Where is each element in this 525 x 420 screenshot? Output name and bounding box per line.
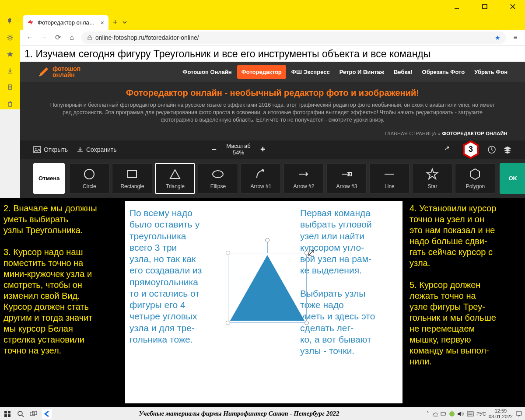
maximize-icon (482, 4, 487, 9)
svg-rect-33 (516, 412, 522, 415)
shape-tool-arrow3[interactable]: Arrow #3 (326, 163, 367, 194)
forward-button[interactable]: → (39, 34, 48, 42)
language-indicator[interactable]: РУС (476, 411, 486, 416)
nav-link-2[interactable]: ФШ Экспресс (287, 65, 334, 79)
svg-rect-13 (128, 171, 136, 178)
instruction-area: 2. Вначале мы должны уметь выбирать узлы… (0, 198, 525, 407)
selection-handle-bl[interactable] (226, 321, 230, 325)
shape-tools-row: Отмена CircleRectangleTriangleEllipseArr… (20, 159, 525, 200)
zoom-display: Масштаб 54% (226, 143, 251, 156)
gear-icon[interactable] (6, 33, 14, 42)
save-button[interactable]: Сохранить (77, 146, 117, 153)
svg-rect-23 (8, 414, 10, 417)
layers-icon[interactable] (503, 145, 512, 154)
url-field[interactable]: online-fotoshop.ru/fotoredaktor-online/ … (81, 32, 506, 44)
selection-handle-tl[interactable] (226, 251, 230, 255)
pin-icon[interactable] (6, 17, 14, 25)
step-badge-number: 3 (469, 145, 473, 154)
trash-icon[interactable] (6, 100, 14, 108)
battery-icon[interactable] (441, 411, 447, 417)
zoom-controls: − Масштаб 54% + (210, 143, 267, 156)
shape-tool-star[interactable]: Star (412, 163, 452, 194)
svg-rect-28 (441, 413, 445, 415)
url-text: online-fotoshop.ru/fotoredaktor-online/ (95, 34, 199, 41)
home-button[interactable]: ⌂ (67, 34, 76, 42)
canvas-note-left: По всему надо было оставить у треугольни… (130, 207, 219, 397)
onedrive-icon[interactable] (432, 411, 438, 417)
shape-label: Arrow #3 (336, 183, 357, 189)
keyboard-icon[interactable] (467, 411, 474, 416)
tab-title: Фоторедактор онлайн с (38, 19, 97, 26)
resize-cursor-icon (308, 249, 315, 256)
rotation-handle[interactable] (265, 238, 270, 242)
shape-tool-circle[interactable]: Circle (69, 163, 109, 194)
close-button[interactable] (504, 0, 522, 13)
shape-tool-arrow2[interactable]: Arrow #2 (284, 163, 324, 194)
start-button[interactable] (3, 409, 12, 419)
browser-tab[interactable]: Фоторедактор онлайн с × (23, 15, 108, 30)
shape-tool-triangle[interactable]: Triangle (155, 163, 195, 194)
zoom-value: 54% (226, 150, 251, 156)
lock-icon (87, 35, 93, 41)
system-tray: ˄ РУС 12:59 03.01.2022 (427, 408, 522, 419)
brand-line2: онлайн (52, 72, 80, 78)
star-outline-icon[interactable] (6, 50, 14, 59)
nav-link-0[interactable]: Фотошоп Онлайн (178, 65, 236, 79)
triangle-figure[interactable] (228, 241, 311, 328)
app-toolbar: Открыть Сохранить − Масштаб 54% + 3 (20, 140, 525, 159)
arrow3-icon (340, 168, 353, 181)
nav-link-1[interactable]: Фоторедактор (237, 65, 286, 79)
bookmark-star-icon[interactable]: ★ (495, 34, 500, 41)
svg-point-12 (84, 169, 94, 179)
new-tab-button[interactable]: + (113, 18, 118, 27)
minimize-button[interactable] (448, 0, 466, 13)
canvas-note-right: Первая команда выбрать угловой узел или … (300, 207, 398, 397)
svg-marker-17 (427, 169, 438, 179)
search-icon[interactable] (16, 409, 25, 419)
ok-button[interactable]: OK (500, 163, 525, 194)
tab-actions: + (108, 15, 132, 30)
nav-link-5[interactable]: Обрезать Фото (418, 65, 469, 79)
volume-icon[interactable] (457, 411, 464, 416)
svg-marker-19 (230, 255, 304, 321)
zoom-in-button[interactable]: + (259, 144, 267, 154)
chevron-down-icon[interactable] (122, 20, 127, 25)
download-icon[interactable] (6, 66, 14, 75)
task-view-icon[interactable] (29, 409, 38, 419)
notification-icon[interactable] (515, 411, 522, 417)
reload-button[interactable]: ⟳ (53, 33, 62, 42)
cancel-button[interactable]: Отмена (33, 163, 65, 194)
nav-link-4[interactable]: Вебка! (389, 65, 417, 79)
menu-button[interactable]: ≡ (511, 34, 520, 42)
brand[interactable]: фотошоп онлайн (38, 66, 80, 78)
tray-chevron-icon[interactable]: ˄ (427, 411, 429, 416)
app-taskbar-icon[interactable] (42, 409, 52, 419)
svg-point-24 (18, 411, 22, 416)
tray-status-icon[interactable] (449, 411, 455, 416)
selection-handle-br[interactable] (304, 321, 309, 325)
shape-label: Line (385, 183, 395, 189)
clock[interactable]: 12:59 03.01.2022 (489, 408, 513, 419)
nav-link-6[interactable]: Убрать Фон (470, 65, 512, 79)
breadcrumb-home[interactable]: ГЛАВНАЯ СТРАНИЦА (385, 131, 436, 136)
shape-tool-polygon[interactable]: Polygon (455, 163, 495, 194)
shape-tool-rectangle[interactable]: Rectangle (112, 163, 152, 194)
canvas-white[interactable]: По всему надо было оставить у треугольни… (125, 201, 402, 403)
copy-icon[interactable] (6, 83, 14, 92)
breadcrumb-current: ФОТОРЕДАКТОР ОНЛАЙН (442, 131, 508, 136)
triangle-shape[interactable] (228, 253, 307, 323)
shape-tool-line[interactable]: Line (369, 163, 410, 194)
undo-icon[interactable] (444, 146, 454, 154)
shape-tool-arrow1[interactable]: Arrow #1 (241, 163, 281, 194)
nav-link-3[interactable]: Ретро И Винтаж (335, 65, 388, 79)
maximize-button[interactable] (476, 0, 494, 13)
shape-tool-ellipse[interactable]: Ellipse (198, 163, 238, 194)
open-button[interactable]: Открыть (33, 146, 68, 153)
instruction-right: 4. Установили курсор точно на узел и он … (406, 198, 525, 407)
back-button[interactable]: ← (25, 34, 34, 42)
open-label: Открыть (44, 146, 68, 153)
history-icon[interactable] (487, 145, 496, 154)
zoom-out-button[interactable]: − (210, 144, 218, 154)
tab-close-icon[interactable]: × (100, 19, 104, 26)
window-titlebar (0, 0, 525, 13)
